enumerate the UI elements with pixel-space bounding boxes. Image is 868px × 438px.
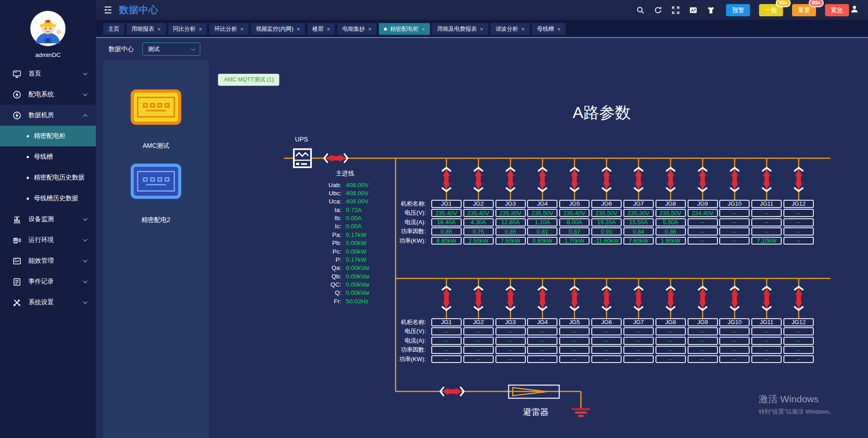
alert-button-一般[interactable]: 一般99+	[759, 4, 783, 16]
device-group-button[interactable]: AMC MQTT测试 (1)	[218, 74, 279, 86]
cabinet-value-cell: --	[783, 327, 814, 335]
cabinet-value-cell: --	[719, 237, 750, 245]
datacenter-select[interactable]: 测试	[142, 42, 200, 56]
sidebar-item-系统设置[interactable]: 系统设置	[0, 292, 96, 313]
tab-楼层[interactable]: 楼层×	[307, 23, 335, 35]
reading-value: 0.17kW	[346, 231, 367, 238]
reading-row: P:0.17kW	[276, 255, 370, 264]
tab-母线槽[interactable]: 母线槽×	[532, 23, 566, 35]
tab-谐波分析[interactable]: 谐波分析×	[491, 23, 530, 35]
tab-同比分析[interactable]: 同比分析×	[168, 23, 208, 35]
cabinet-value-cell: 0.87	[559, 227, 590, 235]
theme-icon[interactable]	[707, 6, 715, 14]
cabinet-value-cell: --	[656, 327, 686, 335]
top-header: 数据中心 A 预警一般99+重要99+紧急	[96, 0, 868, 20]
tab-电能集抄[interactable]: 电能集抄×	[337, 23, 377, 35]
cabinet-value-cell: 5.50A	[656, 218, 686, 226]
cabinet-value-cell: --	[591, 327, 622, 335]
tab-close-icon[interactable]: ×	[240, 26, 244, 33]
tab-主页[interactable]: 主页	[103, 23, 124, 35]
alert-button-预警[interactable]: 预警	[726, 4, 750, 16]
sidebar-item-能效管理[interactable]: 能效管理	[0, 250, 96, 271]
toolbar: 数据中心 测试	[96, 38, 868, 60]
select-value: 测试	[148, 45, 160, 53]
tab-label: 主页	[108, 25, 119, 33]
tab-精密配电柜[interactable]: 精密配电柜×	[379, 23, 430, 35]
feeder-breaker-icon	[635, 287, 643, 310]
tab-close-icon[interactable]: ×	[368, 26, 372, 33]
tab-label: 视频监控(内网)	[256, 25, 293, 33]
device-card-精密配电2[interactable]: 精密配电2	[131, 164, 181, 238]
cabinet-value-cell: 8.80kW	[431, 237, 462, 245]
cabinet-name-cell: JG6	[591, 200, 622, 208]
sidebar-subitem-精密配电历史数据[interactable]: 精密配电历史数据	[0, 167, 96, 188]
sidebar-item-数据机房[interactable]: 数据机房	[0, 105, 96, 126]
tab-close-icon[interactable]: ×	[199, 26, 203, 33]
cabinet-value-cell: --	[431, 355, 462, 363]
translate-icon[interactable]: A	[689, 6, 698, 14]
device-card-AMC测试[interactable]: AMC测试	[131, 89, 181, 164]
tab-close-icon[interactable]: ×	[557, 26, 561, 33]
username: adminDC	[35, 52, 61, 58]
feeder-breaker-icon	[538, 287, 547, 310]
cabinet-name-cell: JG8	[656, 200, 686, 208]
refresh-icon[interactable]	[654, 6, 662, 14]
sidebar-subitem-母线槽历史数据[interactable]: 母线槽历史数据	[0, 188, 96, 209]
cabinet-name-cell: JG7	[623, 318, 654, 326]
sidebar-item-配电系统[interactable]: 配电系统	[0, 84, 96, 105]
cabinet-value-cell: --	[751, 218, 782, 226]
cabinet-value-cell: --	[751, 337, 782, 345]
chevron-down-icon	[83, 237, 88, 242]
cabinet-value-cell: --	[623, 355, 654, 363]
search-icon[interactable]	[636, 6, 645, 14]
reading-label: P:	[276, 256, 341, 263]
tab-close-icon[interactable]: ×	[297, 26, 300, 33]
cabinet-value-cell: 235.50V	[591, 209, 622, 217]
cabinet-value-cell: 235.50V	[527, 209, 557, 217]
cabinet-value-cell: 19.20A	[591, 218, 622, 226]
avatar[interactable]	[29, 10, 66, 47]
bullet-icon	[27, 135, 29, 137]
table-row-label: 电流(A):	[373, 218, 429, 226]
alert-button-重要[interactable]: 重要99+	[792, 4, 816, 16]
tab-环比分析[interactable]: 环比分析×	[209, 23, 249, 35]
collapse-menu-icon[interactable]	[103, 5, 113, 15]
tab-close-icon[interactable]: ×	[157, 26, 161, 33]
feeder-breaker-icon	[442, 287, 450, 310]
tab-用能报表[interactable]: 用能报表×	[127, 23, 166, 35]
header-icons: A	[636, 6, 715, 14]
reading-row: Pa:0.17kW	[276, 231, 370, 239]
cabinet-value-cell: 4.30A	[463, 218, 494, 226]
cabinet-value-cell: --	[527, 327, 557, 335]
cabinet-value-cell: --	[783, 227, 814, 235]
cabinet-value-cell: --	[559, 346, 590, 354]
cabinet-name-cell: JG1	[431, 318, 462, 326]
tab-视频监控(内网)[interactable]: 视频监控(内网)×	[251, 23, 305, 35]
cabinet-value-cell: --	[719, 227, 750, 235]
fullscreen-icon[interactable]	[671, 6, 680, 14]
sidebar-item-设备监测[interactable]: 设备监测	[0, 209, 96, 230]
tab-close-icon[interactable]: ×	[521, 26, 525, 33]
cabinet-value-cell: --	[527, 355, 557, 363]
tab-close-icon[interactable]: ×	[480, 26, 483, 33]
alert-button-紧急[interactable]: 紧急	[825, 4, 849, 16]
reading-value: 408.00V	[346, 182, 368, 188]
cabinet-value-cell: 16.40A	[431, 218, 462, 226]
chevron-down-icon	[83, 258, 88, 263]
sidebar-item-首页[interactable]: 首页	[0, 63, 96, 84]
cabinet-value-cell: 235.50V	[656, 209, 686, 217]
cabinet-value-cell: --	[688, 327, 718, 335]
sidebar-subitem-精密配电柜[interactable]: 精密配电柜	[0, 126, 96, 146]
tab-close-icon[interactable]: ×	[327, 26, 330, 33]
sidebar-item-事件记录[interactable]: 事件记录	[0, 271, 96, 292]
tab-close-icon[interactable]: ×	[421, 26, 425, 33]
reading-row: Qb:0.00kVar	[276, 272, 370, 280]
table-row-label: 功率(KW):	[373, 355, 429, 363]
tab-用能及电费报表[interactable]: 用能及电费报表×	[432, 23, 488, 35]
sidebar-subitem-母线槽[interactable]: 母线槽	[0, 146, 96, 167]
reading-label: Pb:	[276, 240, 341, 246]
cabinet-value-cell: --	[719, 355, 750, 363]
sidebar-item-运行环境[interactable]: 运行环境	[0, 230, 96, 250]
user-icon[interactable]	[850, 5, 859, 15]
tab-label: 环比分析	[214, 25, 237, 33]
